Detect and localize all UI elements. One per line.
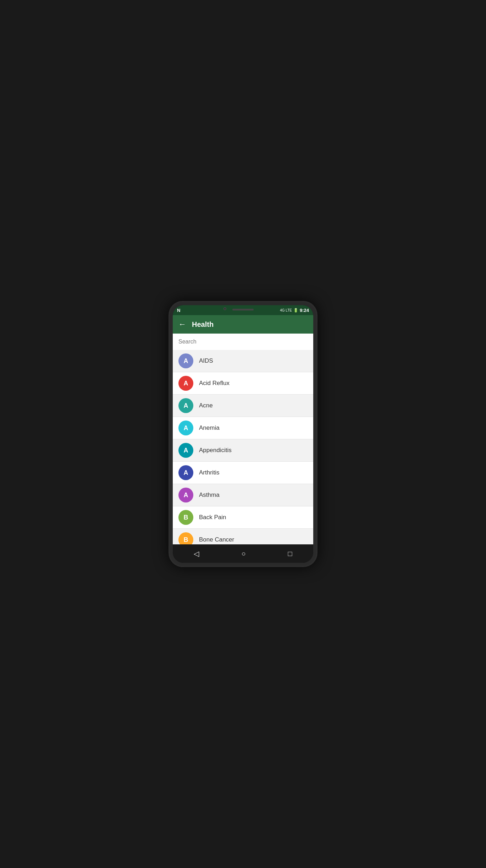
back-button[interactable]: ←	[178, 320, 186, 329]
avatar: B	[178, 532, 193, 544]
bottom-nav: ◁ ○ □	[173, 544, 313, 563]
app-bar: ← Health	[173, 315, 313, 334]
avatar: A	[178, 398, 193, 413]
avatar: A	[178, 353, 193, 368]
back-nav-button[interactable]: ◁	[187, 546, 206, 561]
list-item[interactable]: AAIDS	[173, 350, 313, 372]
disease-list: AAIDSAAcid RefluxAAcneAAnemiaAAppendicit…	[173, 350, 313, 544]
list-item[interactable]: AAcid Reflux	[173, 372, 313, 395]
battery-icon: 🔋	[293, 308, 298, 313]
item-label: Bone Cancer	[199, 536, 234, 543]
status-time: 9:24	[300, 308, 309, 313]
item-label: Acid Reflux	[199, 380, 230, 387]
avatar: A	[178, 443, 193, 458]
item-label: Arthritis	[199, 469, 220, 476]
avatar: A	[178, 488, 193, 502]
search-container	[173, 334, 313, 350]
signal-info: 4G LTE	[280, 308, 292, 312]
phone-frame: N 4G LTE 🔋 9:24 ← Health AAIDSAAcid Refl…	[169, 301, 317, 567]
search-input[interactable]	[177, 336, 309, 347]
item-label: Anemia	[199, 424, 220, 432]
avatar: A	[178, 465, 193, 480]
avatar: A	[178, 421, 193, 435]
recent-nav-button[interactable]: □	[281, 547, 299, 561]
home-nav-button[interactable]: ○	[234, 547, 253, 561]
status-logo: N	[177, 308, 180, 313]
status-left: N	[177, 308, 180, 313]
item-label: Asthma	[199, 491, 220, 499]
list-item[interactable]: AAnemia	[173, 417, 313, 439]
list-item[interactable]: AAppendicitis	[173, 439, 313, 462]
status-right: 4G LTE 🔋 9:24	[280, 308, 309, 313]
item-label: Appendicitis	[199, 447, 232, 454]
list-item[interactable]: AArthritis	[173, 462, 313, 484]
list-item[interactable]: BBone Cancer	[173, 529, 313, 544]
list-item[interactable]: AAcne	[173, 395, 313, 417]
list-item[interactable]: BBack Pain	[173, 506, 313, 529]
page-title: Health	[192, 320, 214, 329]
item-label: AIDS	[199, 357, 213, 364]
item-label: Back Pain	[199, 514, 226, 521]
content-area: AAIDSAAcid RefluxAAcneAAnemiaAAppendicit…	[173, 334, 313, 544]
item-label: Acne	[199, 402, 213, 409]
phone-screen: N 4G LTE 🔋 9:24 ← Health AAIDSAAcid Refl…	[173, 305, 313, 563]
avatar: B	[178, 510, 193, 525]
avatar: A	[178, 376, 193, 391]
list-item[interactable]: AAsthma	[173, 484, 313, 506]
